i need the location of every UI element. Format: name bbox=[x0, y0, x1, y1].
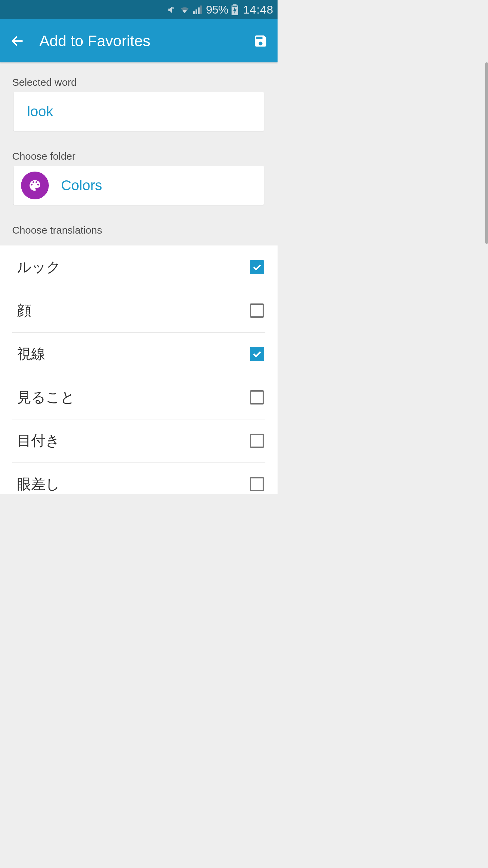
save-button[interactable] bbox=[253, 34, 268, 48]
translation-row[interactable]: 顔 bbox=[0, 289, 278, 332]
status-clock: 14:48 bbox=[243, 3, 273, 16]
translation-checkbox[interactable] bbox=[250, 434, 264, 448]
translation-text: 顔 bbox=[17, 301, 250, 320]
translation-row[interactable]: ルック bbox=[0, 245, 278, 289]
status-icons: 95% 14:48 bbox=[167, 3, 273, 16]
content: Selected word look Choose folder Colors … bbox=[0, 62, 278, 494]
translation-row[interactable]: 視線 bbox=[0, 332, 278, 376]
selected-word-label: Selected word bbox=[0, 62, 278, 92]
choose-folder-label: Choose folder bbox=[0, 131, 278, 166]
svg-rect-1 bbox=[196, 9, 197, 14]
translation-checkbox[interactable] bbox=[250, 303, 264, 318]
selected-word-value: look bbox=[27, 103, 53, 120]
translation-row[interactable]: 眼差し bbox=[0, 462, 278, 494]
folder-card[interactable]: Colors bbox=[14, 166, 264, 205]
svg-rect-3 bbox=[200, 5, 202, 14]
translation-text: 目付き bbox=[17, 431, 250, 450]
translation-row[interactable]: 見ること bbox=[0, 376, 278, 419]
translation-row[interactable]: 目付き bbox=[0, 419, 278, 462]
folder-name: Colors bbox=[61, 177, 102, 194]
translation-checkbox[interactable] bbox=[250, 347, 264, 361]
signal-icon bbox=[193, 5, 203, 14]
translation-checkbox[interactable] bbox=[250, 260, 264, 274]
back-button[interactable] bbox=[10, 34, 25, 48]
choose-translations-label: Choose translations bbox=[0, 205, 278, 245]
svg-rect-4 bbox=[233, 4, 237, 5]
mute-icon bbox=[167, 5, 176, 15]
translation-text: 眼差し bbox=[17, 475, 250, 494]
translation-text: ルック bbox=[17, 258, 250, 277]
translations-list: ルック 顔 視線 見ること 目付き bbox=[0, 245, 278, 494]
status-bar: 95% 14:48 bbox=[0, 0, 278, 19]
svg-rect-2 bbox=[198, 7, 200, 14]
battery-charging-icon bbox=[231, 4, 238, 15]
page-title: Add to Favorites bbox=[39, 32, 239, 50]
translation-text: 見ること bbox=[17, 388, 250, 407]
translation-checkbox[interactable] bbox=[250, 390, 264, 405]
palette-icon bbox=[21, 172, 49, 199]
svg-rect-6 bbox=[232, 6, 237, 7]
app-bar: Add to Favorites bbox=[0, 19, 278, 62]
selected-word-card[interactable]: look bbox=[14, 92, 264, 131]
svg-rect-0 bbox=[193, 11, 195, 14]
wifi-icon bbox=[180, 5, 190, 14]
translation-text: 視線 bbox=[17, 344, 250, 363]
translation-checkbox[interactable] bbox=[250, 477, 264, 491]
battery-percentage: 95% bbox=[206, 3, 228, 16]
